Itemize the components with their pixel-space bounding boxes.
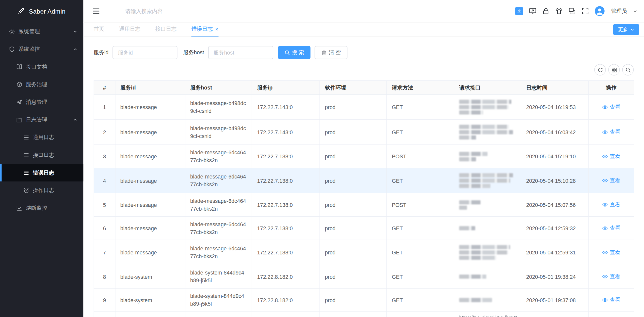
cell-log-time: [521, 312, 588, 317]
alarm-icon: [23, 187, 29, 193]
view-button-label: 查看: [610, 201, 620, 209]
sidebar-item-message-management[interactable]: 消息管理: [0, 93, 83, 111]
view-button[interactable]: 查看: [602, 201, 620, 209]
cell-method: [387, 312, 454, 317]
redacted-text: [459, 157, 476, 161]
tab-label: 接口日志: [155, 25, 177, 33]
table-row[interactable]: 4blade-messageblade-message-6dc46477cb-b…: [94, 168, 634, 193]
column-header: 服务host: [185, 81, 252, 95]
screen-share-icon[interactable]: [529, 7, 536, 15]
redacted-text: [459, 250, 508, 254]
sidebar-item-general-log[interactable]: 通用日志: [0, 128, 83, 146]
download-icon[interactable]: [515, 7, 523, 15]
cell-method: GET: [387, 288, 454, 312]
view-button[interactable]: 查看: [602, 176, 620, 184]
cell-service-id: blade-message: [115, 120, 185, 145]
cell-service-host: blade-message-b498dc9cf-csnld: [185, 95, 252, 120]
table-row[interactable]: 6blade-messageblade-message-6dc46477cb-b…: [94, 216, 634, 240]
hamburger-menu-icon[interactable]: [92, 8, 100, 14]
cell-method: GET: [387, 240, 454, 265]
cell-service-host: [185, 312, 252, 317]
cell-method: GET: [387, 216, 454, 240]
table-row[interactable]: 7blade-messageblade-message-6dc46477cb-b…: [94, 240, 634, 265]
sidebar-item-error-log[interactable]: 错误日志: [0, 164, 83, 181]
eye-icon: [602, 130, 608, 134]
view-button-label: 查看: [610, 224, 620, 232]
tab-close-icon[interactable]: ×: [215, 26, 218, 32]
app-window: Saber Admin 系统管理 系统监控 接口文档 服务治理: [0, 0, 644, 317]
tab-general-log[interactable]: 通用日志: [119, 23, 140, 37]
sidebar-item-api-log[interactable]: 接口日志: [0, 146, 83, 164]
username-label[interactable]: 管理员: [611, 7, 627, 15]
service-id-label: 服务id: [94, 49, 108, 56]
global-search-input[interactable]: [125, 8, 232, 14]
tab-error-log[interactable]: 错误日志 ×: [191, 23, 218, 37]
clear-button[interactable]: 清 空: [315, 46, 347, 59]
table-row[interactable]: https://pw-cloud-k8s-fiv801: [94, 312, 634, 317]
table-row[interactable]: 1blade-messageblade-message-b498dc9cf-cs…: [94, 95, 634, 120]
cell-index: 2: [94, 120, 115, 145]
cell-env: prod: [320, 240, 387, 265]
table-row[interactable]: 8blade-systemblade-system-844d9c4b89-j5k…: [94, 265, 634, 288]
eye-icon: [602, 250, 608, 254]
service-host-input[interactable]: [208, 46, 273, 59]
view-button[interactable]: 查看: [602, 224, 620, 232]
cell-service-ip: 172.22.7.138:0: [252, 216, 320, 240]
view-button[interactable]: 查看: [602, 103, 620, 111]
tab-api-log[interactable]: 接口日志: [155, 23, 177, 37]
view-button[interactable]: 查看: [602, 152, 620, 160]
theme-shirt-icon[interactable]: [555, 7, 562, 15]
cell-method: GET: [387, 120, 454, 145]
cell-env: prod: [320, 95, 387, 120]
error-log-table-wrap: #服务id服务host服务ip软件环境请求方法请求接口日志时间操作 1blade…: [94, 80, 634, 317]
tab-home[interactable]: 首页: [94, 23, 104, 37]
cell-service-ip: 172.22.7.138:0: [252, 193, 320, 216]
redacted-text: [459, 152, 488, 156]
cell-index: 7: [94, 240, 115, 265]
app-logo[interactable]: Saber Admin: [0, 0, 83, 23]
more-button[interactable]: 更多: [613, 24, 639, 35]
folder-icon: [16, 117, 22, 122]
view-button[interactable]: 查看: [602, 128, 620, 136]
fullscreen-icon[interactable]: [582, 7, 589, 15]
table-row[interactable]: 3blade-messageblade-message-6dc46477cb-b…: [94, 145, 634, 168]
lock-icon[interactable]: [542, 7, 549, 15]
cell-env: prod: [320, 216, 387, 240]
sidebar-item-system-management[interactable]: 系统管理: [0, 23, 83, 40]
clear-button-label: 清 空: [329, 49, 341, 56]
copy-windows-icon[interactable]: [569, 7, 576, 15]
search-toggle-icon[interactable]: [622, 64, 634, 76]
chevron-down-icon[interactable]: [633, 9, 637, 13]
cell-env: [320, 312, 387, 317]
cell-request-api: [454, 95, 521, 120]
view-button[interactable]: 查看: [602, 273, 620, 280]
cell-service-host: blade-message-6dc46477cb-bks2n: [185, 193, 252, 216]
view-button[interactable]: 查看: [602, 248, 620, 256]
cell-index: [94, 312, 115, 317]
redacted-text: [459, 135, 476, 140]
search-button[interactable]: 搜 索: [278, 46, 311, 59]
sidebar-item-operation-log[interactable]: 操作日志: [0, 182, 83, 199]
table-row[interactable]: 2blade-messageblade-message-b498dc9cf-cs…: [94, 120, 634, 145]
sidebar-item-label: 服务治理: [26, 81, 47, 88]
refresh-icon[interactable]: [594, 64, 606, 76]
column-header: 操作: [588, 81, 634, 95]
view-button[interactable]: 查看: [602, 296, 620, 304]
table-row[interactable]: 9blade-systemblade-system-844d9c4b89-j5k…: [94, 288, 634, 312]
grid-icon[interactable]: [608, 64, 620, 76]
cell-service-host: blade-message-6dc46477cb-bks2n: [185, 168, 252, 193]
sidebar-item-system-monitor[interactable]: 系统监控: [0, 40, 83, 58]
column-header: 服务id: [115, 81, 185, 95]
cell-service-ip: 172.22.7.143:0: [252, 95, 320, 120]
service-id-input[interactable]: [113, 46, 178, 59]
sidebar-item-api-docs[interactable]: 接口文档: [0, 58, 83, 75]
sidebar-item-service-governance[interactable]: 服务治理: [0, 75, 83, 93]
column-header: #: [94, 81, 115, 95]
sidebar-item-label: 消息管理: [26, 98, 47, 106]
sidebar-item-circuit-monitor[interactable]: 熔断监控: [0, 199, 83, 217]
user-avatar[interactable]: [595, 6, 605, 16]
cell-method: POST: [387, 145, 454, 168]
table-row[interactable]: 5blade-messageblade-message-6dc46477cb-b…: [94, 193, 634, 216]
cell-action: 查看: [588, 216, 634, 240]
sidebar-item-log-management[interactable]: 日志管理: [0, 111, 83, 128]
